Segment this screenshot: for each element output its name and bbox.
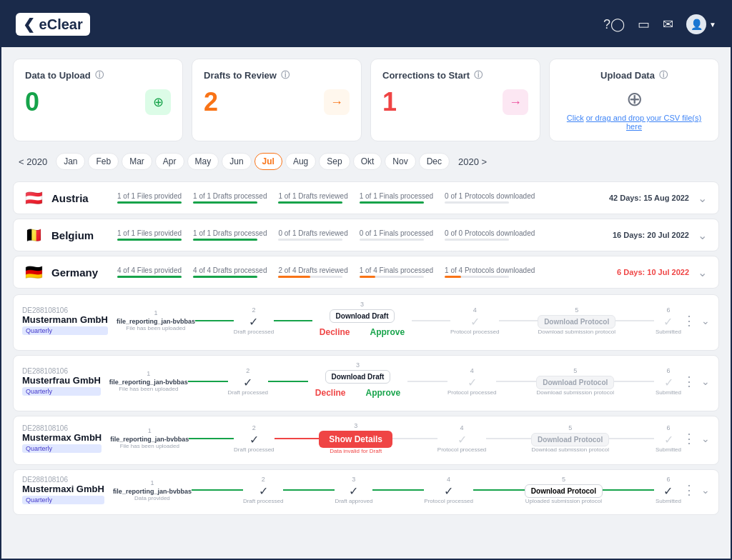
musterfrau-actions: ⋮ ⌄ [683, 374, 710, 389]
month-nov[interactable]: Nov [385, 153, 415, 170]
upload-action-btn[interactable]: ⊕ [145, 89, 171, 115]
mustermann-meta: DE288108106 Mustermann GmbH Quarterly [22, 306, 108, 335]
info-icon-upload-data[interactable]: ⓘ [659, 69, 668, 81]
chevron-down-icon: ▼ [709, 21, 716, 29]
user-menu[interactable]: 👤 ▼ [686, 14, 716, 34]
austria-prog-drafts-processed: 1 of 1 Drafts processed [193, 192, 267, 204]
monitor-icon[interactable]: ▭ [638, 16, 650, 32]
austria-prog-files: 1 of 1 Files provided [117, 192, 182, 204]
next-year-btn[interactable]: 2020 > [452, 154, 493, 170]
mustermax-meta: DE288108106 Mustermax GmbH Quarterly [22, 424, 102, 453]
month-mar[interactable]: Mar [122, 153, 152, 170]
germany-prog-files: 4 of 4 Files provided [117, 266, 182, 278]
info-icon-drafts-to-review[interactable]: ⓘ [281, 69, 290, 81]
country-row-austria[interactable]: 🇦🇹 Austria 1 of 1 Files provided 1 of 1 … [13, 181, 719, 214]
mustermaxi-download-protocol-btn[interactable]: Download Protocol [525, 484, 603, 498]
month-jun[interactable]: Jun [222, 153, 251, 170]
month-okt[interactable]: Okt [353, 153, 382, 170]
musterfrau-id: DE288108106 [22, 367, 101, 375]
mustermax-dots-btn[interactable]: ⋮ [683, 431, 696, 446]
kpi-card-corrections-to-start: Corrections to Start ⓘ 1 → [370, 59, 540, 141]
belgium-chevron[interactable]: ⌄ [698, 229, 707, 242]
upload-click-link[interactable]: Click [567, 114, 584, 122]
logo-arrow: ❮ [23, 16, 35, 32]
mustermann-download-draft-btn[interactable]: Download Draft [330, 309, 395, 323]
mustermax-id: DE288108106 [22, 424, 102, 432]
belgium-prog-files: 1 of 1 Files provided [117, 229, 182, 241]
mustermax-step5-sub: Download submission protocol [531, 446, 609, 453]
mustermann-dots-btn[interactable]: ⋮ [683, 313, 696, 329]
mustermann-actions: ⋮ ⌄ [683, 313, 710, 329]
drafts-review-action-btn[interactable]: → [324, 89, 350, 115]
mustermann-step5-sub: Download submission protocol [538, 329, 615, 335]
mustermann-step1-file: file_reporting_jan-bvbbas [117, 318, 195, 325]
mustermax-chevron[interactable]: ⌄ [701, 433, 710, 444]
month-sep[interactable]: Sep [319, 153, 350, 170]
mustermax-step1-sub: File has been uploaded [120, 443, 179, 449]
country-row-belgium[interactable]: 🇧🇪 Belgium 1 of 1 Files provided 1 of 1 … [13, 219, 719, 251]
mustermaxi-step4-check: ✓ [444, 484, 453, 498]
germany-chevron[interactable]: ⌄ [698, 266, 707, 279]
flag-belgium: 🇧🇪 [25, 226, 43, 244]
musterfrau-step1-file: file_reporting_jan-bvbbas [109, 379, 188, 386]
month-apr[interactable]: Apr [155, 153, 184, 170]
bell-icon[interactable]: ✉ [663, 16, 673, 32]
mustermann-approve-btn[interactable]: Approve [363, 324, 412, 340]
month-jan[interactable]: Jan [56, 153, 85, 170]
mustermann-step4-sub: Protocol processed [450, 329, 499, 335]
mustermann-decline-btn[interactable]: Decline [312, 324, 357, 340]
musterfrau-step5-sub: Download submission protocol [536, 389, 614, 396]
musterfrau-decline-btn[interactable]: Decline [308, 385, 353, 401]
germany-prog-drafts-reviewed: 2 of 4 Drafts reviewed [278, 266, 347, 278]
month-feb[interactable]: Feb [88, 153, 119, 170]
company-card-mustermax: DE288108106 Mustermax GmbH Quarterly 1 f… [13, 416, 719, 465]
mustermax-badge: Quarterly [22, 444, 102, 453]
info-icon-data-to-upload[interactable]: ⓘ [95, 69, 104, 81]
month-dec[interactable]: Dec [419, 153, 450, 170]
month-aug[interactable]: Aug [285, 153, 316, 170]
kpi-value-row-drafts-to-review: 2 → [204, 87, 350, 117]
kpi-value-row-corrections-to-start: 1 → [382, 87, 528, 117]
mustermaxi-step3-check: ✓ [349, 484, 358, 498]
mustermaxi-step4-sub: Protocol processed [424, 498, 473, 504]
mustermax-show-details-btn[interactable]: Show Details [319, 431, 392, 448]
musterfrau-download-protocol-btn[interactable]: Download Protocol [536, 376, 614, 389]
musterfrau-approve-btn[interactable]: Approve [358, 385, 407, 401]
belgium-deadline: 16 Days: 20 Jul 2022 [613, 231, 689, 239]
musterfrau-header: DE288108106 Musterfrau GmbH Quarterly 1 … [22, 361, 710, 401]
mustermaxi-meta: DE288108106 Mustermaxi GmbH Quarterly [22, 476, 104, 504]
month-jul[interactable]: Jul [254, 153, 282, 170]
month-may[interactable]: May [187, 153, 219, 170]
mustermax-step1-file: file_reporting_jan-bvbbas [110, 436, 189, 443]
mustermann-badge: Quarterly [22, 326, 108, 335]
mustermaxi-chevron[interactable]: ⌄ [701, 484, 710, 496]
mustermann-chevron[interactable]: ⌄ [701, 315, 710, 326]
musterfrau-badge: Quarterly [22, 387, 101, 396]
mustermaxi-dots-btn[interactable]: ⋮ [683, 482, 696, 498]
upload-plus-icon[interactable]: ⊕ [626, 87, 643, 111]
germany-deadline: 6 Days: 10 Jul 2022 [617, 268, 689, 276]
kpi-card-upload-data: Upload Data ⓘ ⊕ Click or drag and drop y… [549, 59, 719, 141]
germany-prog-protocols: 1 of 4 Protocols downloaded [445, 266, 535, 278]
kpi-value-row-data-to-upload: 0 ⊕ [25, 87, 171, 117]
austria-chevron[interactable]: ⌄ [698, 191, 707, 205]
mustermax-download-protocol-btn[interactable]: Download Protocol [531, 433, 609, 446]
musterfrau-step6-check: ✓ [664, 376, 673, 389]
mustermann-step6-check: ✓ [663, 315, 673, 329]
mustermaxi-step1-sub: Data provided [134, 495, 170, 501]
mustermaxi-step6-check: ✓ [663, 484, 673, 498]
musterfrau-download-draft-btn[interactable]: Download Draft [325, 370, 391, 384]
prev-year-btn[interactable]: < 2020 [13, 154, 53, 170]
info-icon-corrections-to-start[interactable]: ⓘ [474, 69, 483, 81]
logo-box: ❮ eClear [16, 13, 90, 36]
upload-drop-text: Click or drag and drop your CSV file(s) … [561, 114, 707, 131]
help-icon[interactable]: ?◯ [603, 16, 625, 32]
header-icons: ?◯ ▭ ✉ 👤 ▼ [603, 14, 716, 34]
germany-prog-finals: 1 of 4 Finals processed [360, 266, 433, 278]
musterfrau-chevron[interactable]: ⌄ [701, 376, 710, 387]
kpi-value-data-to-upload: 0 [25, 87, 39, 117]
musterfrau-dots-btn[interactable]: ⋮ [683, 374, 696, 389]
corrections-action-btn[interactable]: → [503, 89, 528, 115]
mustermann-download-protocol-btn[interactable]: Download Protocol [538, 315, 615, 329]
country-row-germany[interactable]: 🇩🇪 Germany 4 of 4 Files provided 4 of 4 … [13, 256, 719, 289]
